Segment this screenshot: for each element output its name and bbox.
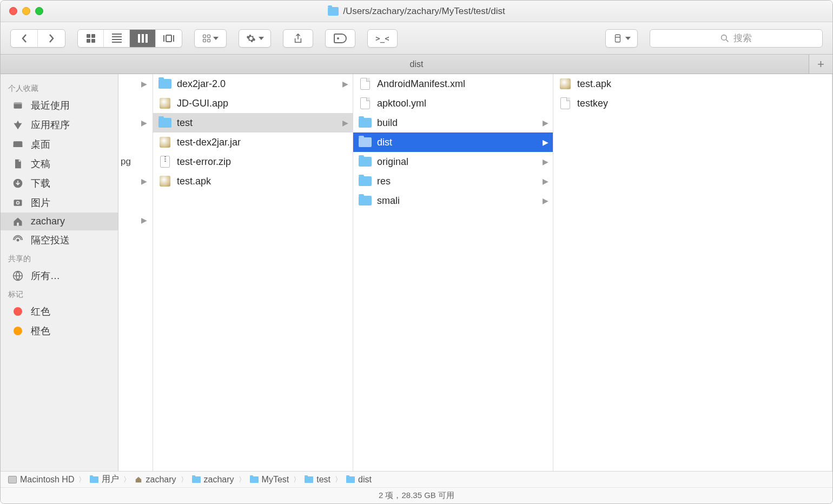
search-field[interactable]: 搜索 xyxy=(650,29,823,48)
tab-title[interactable]: dist xyxy=(410,59,424,69)
file-row[interactable]: smali▶ xyxy=(353,191,553,210)
file-row[interactable]: test.apk xyxy=(153,171,353,191)
sidebar-item-label: 图片 xyxy=(31,196,50,209)
folder-icon xyxy=(158,116,171,129)
folder-icon xyxy=(305,476,313,483)
file-name: dex2jar-2.0 xyxy=(177,78,226,90)
path-item[interactable]: test xyxy=(305,475,330,485)
chevron-right-icon: ▶ xyxy=(141,177,147,185)
column-0-item[interactable]: ▶ xyxy=(118,113,153,132)
path-label: test xyxy=(316,475,330,485)
column-3[interactable]: test.apktestkey xyxy=(553,74,832,471)
path-item[interactable]: zachary xyxy=(135,475,176,485)
share-button[interactable] xyxy=(283,29,313,48)
chevron-right-icon: ▶ xyxy=(342,79,348,88)
jar-icon xyxy=(158,97,171,110)
window-title: /Users/zachary/zachary/MyTest/test/dist xyxy=(328,6,505,17)
pictures-icon xyxy=(11,197,24,208)
sidebar-item-红色[interactable]: 红色 xyxy=(1,302,118,321)
path-item[interactable]: MyTest xyxy=(250,475,289,485)
path-bar[interactable]: Macintosh HD〉用户〉zachary〉zachary〉MyTest〉t… xyxy=(1,471,832,487)
chevron-right-icon: ▶ xyxy=(543,196,548,205)
file-row[interactable]: dist▶ xyxy=(353,132,553,152)
finder-window: /Users/zachary/zachary/MyTest/test/dist … xyxy=(0,0,833,504)
file-row[interactable]: apktool.yml xyxy=(353,94,553,113)
file-row[interactable]: test.apk xyxy=(553,74,832,94)
path-item[interactable]: dist xyxy=(346,475,372,485)
file-name: AndroidManifest.xml xyxy=(377,78,465,90)
column-1[interactable]: dex2jar-2.0▶JD-GUI.apptest▶test-dex2jar.… xyxy=(153,74,353,471)
sidebar-item-应用程序[interactable]: 应用程序 xyxy=(1,115,118,135)
sidebar-item-zachary[interactable]: zachary xyxy=(1,213,118,230)
file-row[interactable]: original▶ xyxy=(353,152,553,171)
file-row[interactable]: res▶ xyxy=(353,171,553,191)
sidebar-item-下载[interactable]: 下载 xyxy=(1,174,118,193)
sidebar-item-最近使用[interactable]: 最近使用 xyxy=(1,96,118,115)
file-name: dist xyxy=(377,137,392,148)
column-0-item[interactable] xyxy=(118,94,153,113)
sidebar-item-文稿[interactable]: 文稿 xyxy=(1,154,118,174)
file-row[interactable]: test-dex2jar.jar xyxy=(153,132,353,152)
tags-button[interactable] xyxy=(325,29,355,48)
path-label: zachary xyxy=(146,475,176,485)
apps-icon xyxy=(11,120,24,130)
path-item[interactable]: zachary xyxy=(192,475,234,485)
sidebar-item-橙色[interactable]: 橙色 xyxy=(1,321,118,341)
terminal-button[interactable]: >_< xyxy=(367,29,398,48)
file-row[interactable]: testkey xyxy=(553,94,832,113)
column-0-item[interactable]: ▶ xyxy=(118,171,153,191)
file-name: original xyxy=(377,156,408,168)
column-0-item[interactable] xyxy=(118,132,153,152)
column-0-item[interactable]: ▶ xyxy=(118,210,153,230)
sidebar-item-所有…[interactable]: 所有… xyxy=(1,266,118,286)
column-0-item[interactable]: ▶ xyxy=(118,74,153,94)
list-view-button[interactable] xyxy=(104,30,130,47)
file-row[interactable]: test-error.zip xyxy=(153,152,353,171)
dropbox-button[interactable] xyxy=(605,29,638,48)
path-separator-icon: 〉 xyxy=(78,475,85,485)
nav-buttons xyxy=(10,29,65,48)
tag-color-icon xyxy=(11,306,24,317)
arrange-button[interactable] xyxy=(194,29,227,48)
sidebar-item-label: 桌面 xyxy=(31,138,50,151)
close-button[interactable] xyxy=(9,7,17,15)
file-row[interactable]: build▶ xyxy=(353,113,553,132)
action-button[interactable] xyxy=(239,29,271,48)
search-placeholder: 搜索 xyxy=(733,32,752,44)
path-item[interactable]: 用户 xyxy=(90,474,119,485)
sidebar[interactable]: 个人收藏 最近使用应用程序桌面文稿下载图片zachary隔空投送 共享的 所有…… xyxy=(1,74,118,471)
svg-point-2 xyxy=(722,35,727,40)
path-item[interactable]: Macintosh HD xyxy=(8,475,74,485)
column-0-item[interactable]: pg xyxy=(118,152,153,171)
sidebar-item-桌面[interactable]: 桌面 xyxy=(1,135,118,154)
body: 个人收藏 最近使用应用程序桌面文稿下载图片zachary隔空投送 共享的 所有…… xyxy=(1,74,832,471)
chevron-right-icon: ▶ xyxy=(543,177,548,185)
forward-button[interactable] xyxy=(38,30,65,47)
tab-bar: dist + xyxy=(1,55,832,74)
column-0[interactable]: ▶▶pg▶▶ xyxy=(118,74,153,471)
column-0-item[interactable] xyxy=(118,191,153,210)
sidebar-item-图片[interactable]: 图片 xyxy=(1,193,118,213)
icon-view-button[interactable] xyxy=(78,30,104,47)
traffic-lights xyxy=(9,7,43,15)
file-row[interactable]: JD-GUI.app xyxy=(153,94,353,113)
column-view-button[interactable] xyxy=(130,30,156,47)
gallery-view-button[interactable] xyxy=(156,30,182,47)
column-2[interactable]: AndroidManifest.xmlapktool.ymlbuild▶dist… xyxy=(353,74,553,471)
new-tab-button[interactable]: + xyxy=(809,55,832,74)
sidebar-item-隔空投送[interactable]: 隔空投送 xyxy=(1,230,118,250)
file-row[interactable]: dex2jar-2.0▶ xyxy=(153,74,353,94)
minimize-button[interactable] xyxy=(22,7,30,15)
folder-icon xyxy=(359,155,372,168)
file-row[interactable]: AndroidManifest.xml xyxy=(353,74,553,94)
file-name: build xyxy=(377,117,398,129)
svg-rect-12 xyxy=(17,222,18,226)
zoom-button[interactable] xyxy=(35,7,43,15)
titlebar[interactable]: /Users/zachary/zachary/MyTest/test/dist xyxy=(1,1,832,22)
svg-line-3 xyxy=(726,39,728,42)
window-path: /Users/zachary/zachary/MyTest/test/dist xyxy=(343,6,505,17)
svg-rect-7 xyxy=(14,145,23,147)
jar-icon xyxy=(559,77,572,90)
back-button[interactable] xyxy=(11,30,38,47)
file-row[interactable]: test▶ xyxy=(153,113,353,132)
